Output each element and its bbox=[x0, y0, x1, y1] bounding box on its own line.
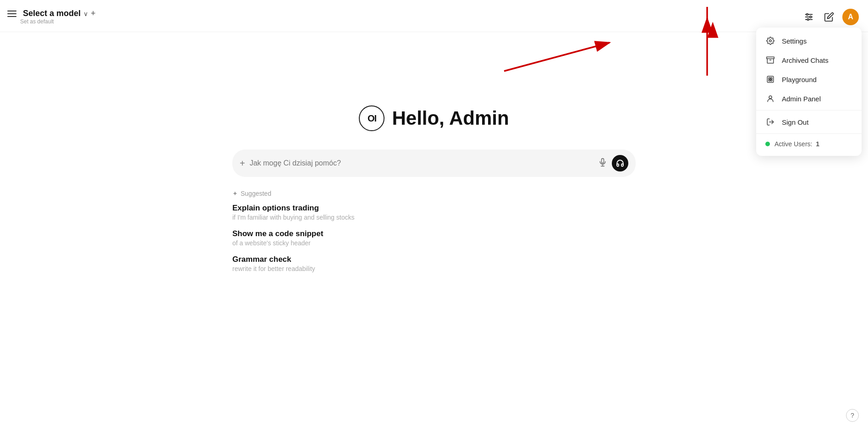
dropdown-divider-2 bbox=[756, 133, 862, 134]
suggestion-subtitle-3: rewrite it for better readability bbox=[232, 265, 636, 272]
svg-point-17 bbox=[769, 96, 772, 99]
suggestion-subtitle-2: of a website's sticky header bbox=[232, 239, 636, 247]
edit-button[interactable] bbox=[822, 10, 836, 24]
attach-icon[interactable]: + bbox=[240, 158, 245, 169]
archive-icon bbox=[765, 56, 775, 64]
search-input[interactable] bbox=[250, 159, 593, 167]
dropdown-item-playground[interactable]: Playground bbox=[756, 70, 862, 89]
playground-label: Playground bbox=[782, 76, 817, 83]
suggested-section: ✦ Suggested Explain options trading if I… bbox=[232, 190, 636, 281]
greeting-container: OI Hello, Admin bbox=[359, 105, 509, 131]
svg-rect-15 bbox=[769, 80, 770, 81]
avatar-button[interactable]: A bbox=[842, 9, 859, 25]
signout-label: Sign Out bbox=[782, 118, 808, 126]
suggestion-subtitle-1: if I'm familiar with buying and selling … bbox=[232, 214, 636, 221]
sparkle-icon: ✦ bbox=[232, 190, 238, 197]
greeting-logo: OI bbox=[359, 105, 385, 131]
hamburger-icon[interactable] bbox=[7, 11, 16, 17]
chevron-down-icon: ∨ bbox=[83, 10, 88, 17]
signout-icon bbox=[765, 118, 775, 126]
active-users-text: Active Users: 1 bbox=[775, 140, 819, 148]
help-button[interactable]: ? bbox=[846, 409, 859, 422]
dropdown-divider bbox=[756, 110, 862, 111]
dropdown-item-admin[interactable]: Admin Panel bbox=[756, 89, 862, 108]
set-default-label: Set as default bbox=[20, 18, 96, 25]
suggestion-item-1[interactable]: Explain options trading if I'm familiar … bbox=[232, 204, 636, 221]
suggestion-title-2: Show me a code snippet bbox=[232, 229, 636, 238]
svg-rect-16 bbox=[771, 80, 772, 81]
svg-point-5 bbox=[807, 18, 809, 20]
header-right: A bbox=[802, 9, 859, 25]
greeting-text: Hello, Admin bbox=[392, 107, 509, 129]
playground-icon bbox=[765, 75, 775, 83]
active-users: Active Users: 1 bbox=[756, 136, 862, 152]
svg-rect-10 bbox=[767, 57, 775, 59]
search-bar: + bbox=[232, 149, 636, 177]
svg-point-3 bbox=[807, 13, 808, 15]
model-title: Select a model bbox=[23, 9, 81, 18]
settings-sliders-button[interactable] bbox=[802, 10, 816, 24]
header: Select a model ∨ + Set as default A bbox=[0, 0, 868, 32]
active-dot bbox=[765, 142, 770, 146]
header-left: Select a model ∨ + Set as default bbox=[7, 9, 96, 25]
suggested-label: ✦ Suggested bbox=[232, 190, 636, 197]
svg-rect-12 bbox=[767, 76, 774, 83]
dropdown-item-archived[interactable]: Archived Chats bbox=[756, 50, 862, 70]
settings-label: Settings bbox=[782, 37, 807, 45]
audio-button[interactable] bbox=[612, 155, 628, 171]
main-content: OI Hello, Admin + ✦ Suggested bbox=[0, 32, 868, 281]
new-chat-icon[interactable]: + bbox=[91, 9, 96, 18]
archived-label: Archived Chats bbox=[782, 56, 829, 64]
svg-point-9 bbox=[769, 40, 772, 42]
dropdown-item-settings[interactable]: Settings bbox=[756, 31, 862, 50]
admin-icon bbox=[765, 94, 775, 103]
settings-icon bbox=[765, 37, 775, 45]
suggestion-title-1: Explain options trading bbox=[232, 204, 636, 213]
admin-label: Admin Panel bbox=[782, 95, 821, 103]
svg-rect-13 bbox=[769, 77, 770, 79]
model-selector[interactable]: Select a model ∨ + bbox=[7, 9, 96, 18]
suggestion-item-2[interactable]: Show me a code snippet of a website's st… bbox=[232, 229, 636, 247]
svg-rect-14 bbox=[771, 77, 772, 79]
svg-point-4 bbox=[810, 16, 812, 18]
mic-button[interactable] bbox=[598, 158, 607, 169]
suggestion-title-3: Grammar check bbox=[232, 255, 636, 264]
suggestion-item-3[interactable]: Grammar check rewrite it for better read… bbox=[232, 255, 636, 272]
dropdown-menu: Settings Archived Chats Playground bbox=[756, 28, 862, 156]
dropdown-item-signout[interactable]: Sign Out bbox=[756, 112, 862, 132]
svg-rect-6 bbox=[602, 158, 604, 163]
